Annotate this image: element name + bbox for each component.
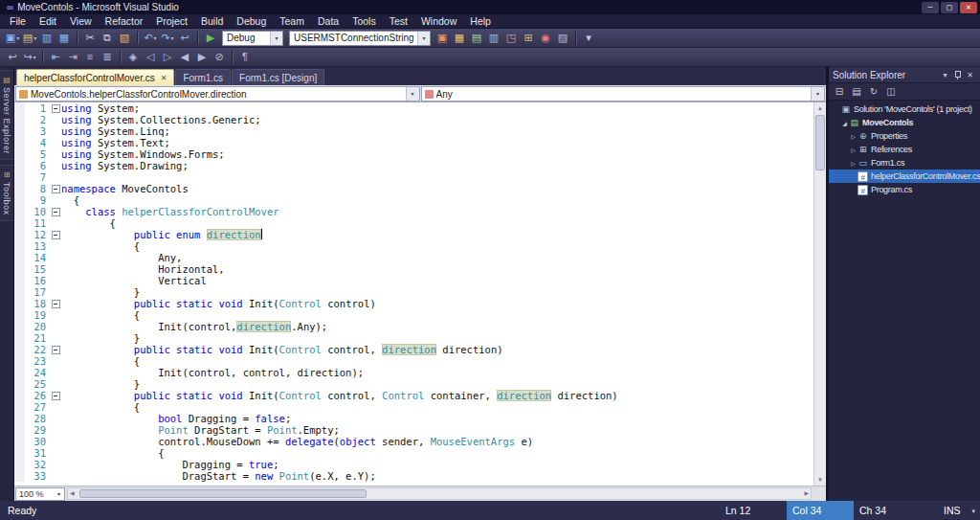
solution-explorer-icon[interactable]: ▤	[468, 30, 485, 46]
expander-expanded-icon[interactable]: ◢	[840, 120, 849, 126]
vertical-scrollbar[interactable]: ▲ ▼	[813, 102, 826, 486]
object-browser-icon[interactable]: ◳	[502, 30, 520, 46]
paste-icon[interactable]: ▧	[116, 30, 133, 46]
navigate-back-icon[interactable]: ↩	[4, 49, 21, 65]
code-line[interactable]: 21}	[14, 332, 813, 344]
debug-configuration-combo[interactable]: Debug▾	[222, 31, 283, 46]
show-whitespace-icon[interactable]: ¶	[236, 49, 254, 65]
code-line[interactable]: 22public static void Init(Control contro…	[14, 344, 813, 355]
code-line[interactable]: 31{	[14, 447, 813, 459]
side-tab-server-explorer[interactable]: ▤Server Explorer	[0, 70, 13, 160]
increase-indent-icon[interactable]: ⇥	[64, 49, 81, 65]
uncomment-selection-icon[interactable]: ≣	[99, 49, 116, 65]
code-line[interactable]: 14Any,	[14, 252, 813, 263]
code-line[interactable]: 20Init(control,direction.Any);	[14, 321, 813, 332]
scrollbar-thumb[interactable]	[79, 489, 367, 498]
collapse-region-icon[interactable]	[50, 229, 61, 240]
close-button[interactable]: ✕	[960, 2, 977, 13]
collapse-region-icon[interactable]	[50, 206, 61, 217]
code-line[interactable]: 15Horizontal,	[14, 263, 813, 275]
scroll-down-icon[interactable]: ▼	[814, 474, 826, 486]
chevron-down-icon[interactable]: ▾	[270, 32, 282, 45]
new-item-icon[interactable]: ▣▾	[4, 30, 21, 46]
menu-build[interactable]: Build	[194, 14, 230, 29]
undo-icon[interactable]: ↶▾	[142, 30, 159, 46]
menu-project[interactable]: Project	[149, 14, 194, 29]
menu-team[interactable]: Team	[273, 14, 311, 29]
toolbar-options-icon[interactable]: ▾	[580, 30, 597, 46]
view-class-diagram-icon[interactable]: ◫	[883, 84, 899, 99]
chevron-down-icon[interactable]: ▾	[417, 32, 430, 45]
copy-icon[interactable]: ⧉	[99, 30, 116, 46]
previous-bookmark-folder-icon[interactable]: ◀	[176, 49, 193, 65]
status-line[interactable]: Ln 12	[720, 501, 787, 520]
code-line[interactable]: 9{	[14, 194, 813, 206]
show-all-files-icon[interactable]: ▤	[849, 84, 864, 99]
comment-selection-icon[interactable]: ≡	[81, 49, 99, 65]
scroll-up-icon[interactable]: ▲	[814, 102, 826, 114]
code-line[interactable]: 26public static void Init(Control contro…	[14, 390, 813, 401]
connection-string-combo[interactable]: USERMSTConnectionString▾	[289, 31, 431, 46]
error-list-icon[interactable]: ◉	[537, 30, 554, 46]
decrease-indent-icon[interactable]: ⇤	[47, 49, 64, 65]
menu-refactor[interactable]: Refactor	[99, 14, 150, 29]
code-line[interactable]: 13{	[14, 240, 813, 252]
menu-window[interactable]: Window	[414, 14, 463, 29]
code-pane[interactable]: 1using System;2using System.Collections.…	[14, 102, 813, 486]
tab-form1-cs-design[interactable]: Form1.cs [Design]	[232, 69, 324, 85]
maximize-button[interactable]: ▢	[941, 2, 958, 13]
menu-view[interactable]: View	[63, 14, 99, 29]
code-line[interactable]: 10class helperClassforControlMover	[14, 206, 813, 217]
scrollbar-thumb[interactable]	[815, 115, 825, 170]
code-line[interactable]: 12public enum direction	[14, 229, 813, 240]
code-line[interactable]: 7	[14, 171, 813, 183]
code-line[interactable]: 23{	[14, 355, 813, 367]
collapse-all-icon[interactable]: ⊟	[832, 84, 847, 99]
solution-explorer-title-bar[interactable]: Solution Explorer ▾ ✕	[829, 67, 980, 83]
code-line[interactable]: 18public static void Init(Control contro…	[14, 298, 813, 309]
next-bookmark-folder-icon[interactable]: ▶	[193, 49, 211, 65]
types-dropdown[interactable]: MoveContols.helperClassforControlMover.d…	[15, 86, 420, 102]
new-data-connection-icon[interactable]: ▣	[434, 30, 451, 46]
code-line[interactable]: 8namespace MoveContols	[14, 183, 813, 194]
close-icon[interactable]: ✕	[161, 74, 167, 82]
auto-hide-pin-icon[interactable]	[951, 70, 964, 80]
members-dropdown[interactable]: Any ▾	[421, 86, 826, 102]
refresh-icon[interactable]: ↻	[866, 84, 881, 99]
status-column[interactable]: Col 34	[787, 501, 854, 520]
code-line[interactable]: 29Point DragStart = Point.Empty;	[14, 424, 813, 436]
chevron-down-icon[interactable]: ▾	[811, 87, 824, 101]
immediate-window-icon[interactable]: ▨	[554, 30, 571, 46]
code-line[interactable]: 25}	[14, 378, 813, 390]
collapse-region-icon[interactable]	[50, 390, 61, 401]
save-icon[interactable]: ▥	[38, 30, 56, 46]
zoom-dropdown[interactable]: 100 % ▾	[15, 487, 65, 501]
code-line[interactable]: 24Init(control, control, direction);	[14, 367, 813, 378]
tree-item-form1-cs[interactable]: ▷▭Form1.cs	[829, 156, 980, 170]
code-line[interactable]: 28bool Dragging = false;	[14, 413, 813, 424]
title-bar[interactable]: ∞ MoveContols - Microsoft Visual Studio …	[0, 0, 980, 14]
scrollbar-track[interactable]	[814, 171, 826, 474]
expander-collapsed-icon[interactable]: ▷	[849, 133, 858, 140]
code-line[interactable]: 2using System.Collections.Generic;	[14, 114, 813, 125]
code-line[interactable]: 19{	[14, 309, 813, 321]
collapse-region-icon[interactable]	[50, 183, 61, 194]
menu-test[interactable]: Test	[383, 14, 414, 29]
redo-icon[interactable]: ↷▾	[159, 30, 176, 46]
code-line[interactable]: 5using System.Windows.Forms;	[14, 148, 813, 160]
cut-icon[interactable]: ✂	[81, 30, 99, 46]
next-bookmark-icon[interactable]: ▷	[159, 49, 176, 65]
save-all-icon[interactable]: ▦	[56, 30, 73, 46]
status-character[interactable]: Ch 34	[854, 501, 921, 520]
tree-item-solution-movecontols-1-project[interactable]: ▣Solution 'MoveContols' (1 project)	[829, 102, 980, 116]
code-line[interactable]: 17}	[14, 286, 813, 298]
tree-item-properties[interactable]: ▷⊕Properties	[829, 129, 980, 143]
expander-collapsed-icon[interactable]: ▷	[849, 147, 858, 153]
code-line[interactable]: 16Vertical	[14, 275, 813, 286]
code-line[interactable]: 32Dragging = true;	[14, 459, 813, 470]
menu-file[interactable]: File	[3, 14, 33, 29]
toggle-bookmark-icon[interactable]: ◈	[124, 49, 142, 65]
collapse-region-icon[interactable]	[50, 344, 61, 355]
menu-data[interactable]: Data	[311, 14, 345, 29]
database-diagram-icon[interactable]: ▦	[451, 30, 468, 46]
